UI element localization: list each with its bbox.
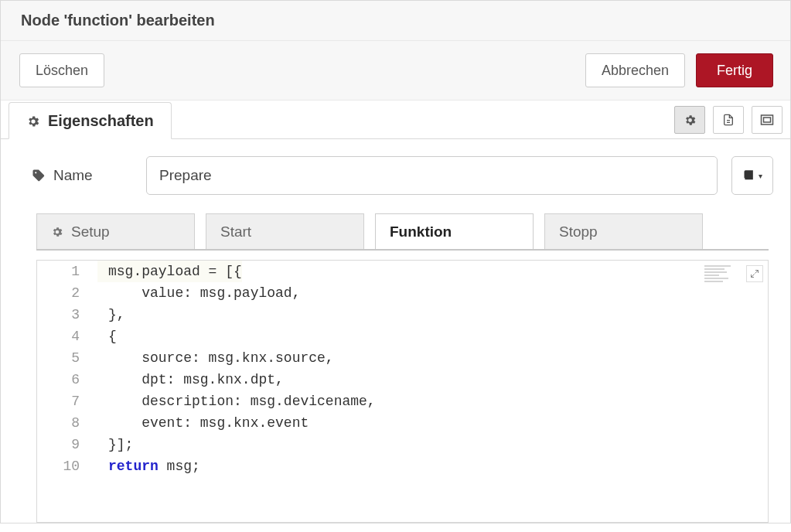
line-number: 1 [37,261,97,282]
code-text: }]; [97,434,133,455]
dialog-header: Node 'function' bearbeiten [1,1,790,41]
line-number: 6 [37,369,97,390]
code-text: description: msg.devicename, [97,390,376,412]
code-line[interactable]: 10return msg; [37,455,768,477]
code-text: source: msg.knx.source, [97,347,334,369]
line-number: 4 [37,326,97,347]
line-number: 9 [37,434,97,455]
code-text: }, [97,304,125,326]
editor-tabs-underline [36,249,769,251]
tab-properties[interactable]: Eigenschaften [9,102,172,139]
code-editor[interactable]: 1msg.payload = [{2 value: msg.payload,3}… [36,260,769,523]
minimap[interactable] [704,265,742,293]
tab-start[interactable]: Start [206,213,364,249]
tab-function[interactable]: Funktion [375,213,534,249]
edit-node-dialog: Node 'function' bearbeiten Löschen Abbre… [0,0,791,523]
name-label-text: Name [53,167,93,184]
expand-editor-button[interactable] [746,265,763,282]
code-line[interactable]: 7 description: msg.devicename, [37,390,768,412]
tab-setup[interactable]: Setup [36,213,195,249]
code-line[interactable]: 1msg.payload = [{ [37,261,768,282]
line-number: 2 [37,282,97,304]
name-input[interactable] [146,156,718,195]
gear-icon [684,114,697,127]
tab-setup-label: Setup [71,223,110,240]
code-line[interactable]: 9}]; [37,434,768,455]
svg-rect-1 [764,118,771,122]
expand-icon [750,269,759,278]
code-line[interactable]: 5 source: msg.knx.source, [37,347,768,369]
properties-content: Name ▾ Setup Start Funktion [1,139,790,523]
done-button[interactable]: Fertig [696,53,773,87]
gear-icon [51,226,63,238]
code-line[interactable]: 8 event: msg.knx.event [37,412,768,434]
caret-down-icon: ▾ [759,172,762,180]
code-line[interactable]: 3}, [37,304,768,326]
tab-properties-label: Eigenschaften [48,112,154,130]
line-number: 3 [37,304,97,326]
code-text: event: msg.knx.event [97,412,309,434]
dialog-title: Node 'function' bearbeiten [21,12,773,29]
description-icon-button[interactable] [713,106,744,134]
code-line[interactable]: 6 dpt: msg.knx.dpt, [37,369,768,390]
panel-tabs: Eigenschaften [1,101,790,139]
code-line[interactable]: 4{ [37,326,768,347]
tab-function-label: Funktion [390,223,452,240]
layout-icon [760,114,774,126]
dialog-actions: Löschen Abbrechen Fertig [1,41,790,101]
delete-button[interactable]: Löschen [19,53,104,87]
line-number: 5 [37,347,97,369]
book-icon [742,169,755,182]
line-number: 8 [37,412,97,434]
gear-icon [26,114,40,128]
name-row: Name ▾ [32,156,773,195]
panel-tab-icons [674,106,782,138]
code-text: { [97,326,117,347]
name-label: Name [32,167,132,184]
line-number: 10 [37,455,97,477]
document-icon [722,113,735,127]
code-text: msg.payload = [{ [97,261,242,282]
code-text: dpt: msg.knx.dpt, [97,369,284,390]
properties-icon-button[interactable] [674,106,705,134]
tab-stop-label: Stopp [559,223,598,240]
tab-stop[interactable]: Stopp [544,213,703,249]
code-line[interactable]: 2 value: msg.payload, [37,282,768,304]
code-text: value: msg.payload, [97,282,300,304]
tab-start-label: Start [220,223,251,240]
line-number: 7 [37,390,97,412]
editor-tabs: Setup Start Funktion Stopp [36,213,773,249]
tag-icon [32,169,46,182]
cancel-button[interactable]: Abbrechen [585,53,685,87]
library-button[interactable]: ▾ [731,156,773,195]
code-text: return msg; [97,455,200,477]
appearance-icon-button[interactable] [752,106,782,134]
